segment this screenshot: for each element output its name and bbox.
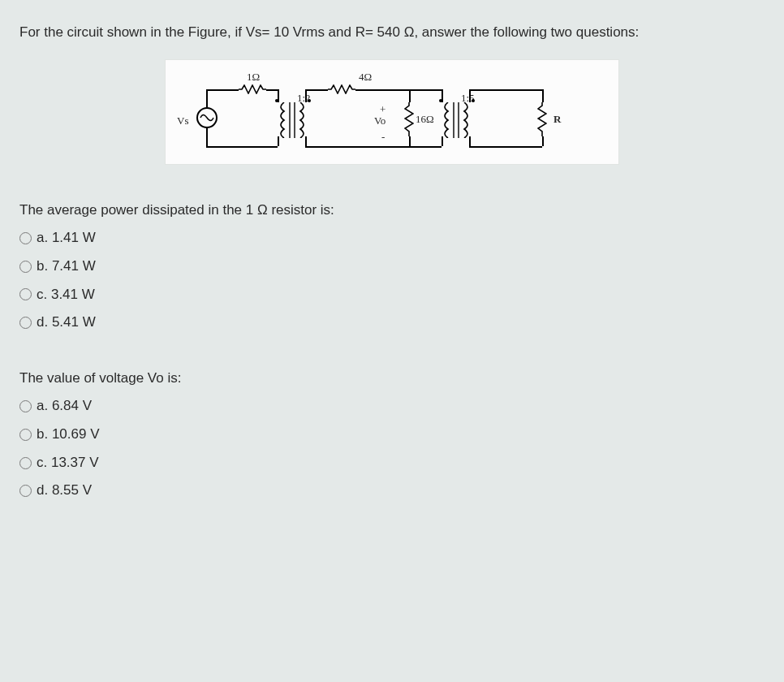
q1-option-b[interactable]: b. 7.41 W xyxy=(19,257,765,277)
vo-minus: - xyxy=(381,130,385,145)
radio-icon xyxy=(19,429,32,441)
r16-label: 16Ω xyxy=(416,112,434,127)
question-1: The average power dissipated in the 1 Ω … xyxy=(19,201,765,333)
option-label: a. 6.84 V xyxy=(37,396,92,417)
question-2: The value of voltage Vo is: a. 6.84 V b.… xyxy=(19,369,765,501)
radio-icon xyxy=(19,232,32,244)
option-label: d. 8.55 V xyxy=(37,481,92,501)
resistor-load-icon xyxy=(537,102,547,136)
resistor-16ohm-icon xyxy=(404,102,414,136)
q1-option-d[interactable]: d. 5.41 W xyxy=(19,313,765,333)
q2-option-c[interactable]: c. 13.37 V xyxy=(19,453,765,473)
circuit-figure: Vs 1Ω 1:2 xyxy=(165,59,619,165)
q2-option-b[interactable]: b. 10.69 V xyxy=(19,425,765,445)
radio-icon xyxy=(19,485,32,497)
resistor-1ohm-icon xyxy=(239,84,266,94)
q1-option-a[interactable]: a. 1.41 W xyxy=(19,228,765,248)
resistor-4ohm-icon xyxy=(328,84,355,94)
vo-label: Vo xyxy=(374,114,386,129)
r1-label: 1Ω xyxy=(247,70,260,85)
radio-icon xyxy=(19,457,32,469)
q1-option-c[interactable]: c. 3.41 W xyxy=(19,285,765,305)
radio-icon xyxy=(19,261,32,273)
vs-label: Vs xyxy=(177,114,188,129)
option-label: b. 10.69 V xyxy=(37,425,100,445)
question-stem: For the circuit shown in the Figure, if … xyxy=(19,23,765,43)
radio-icon xyxy=(19,400,32,412)
transformer-1-icon xyxy=(278,102,307,138)
q2-option-d[interactable]: d. 8.55 V xyxy=(19,481,765,501)
transformer-2-icon xyxy=(442,102,471,138)
q2-option-a[interactable]: a. 6.84 V xyxy=(19,396,765,417)
radio-icon xyxy=(19,288,32,300)
q1-text: The average power dissipated in the 1 Ω … xyxy=(19,201,765,221)
option-label: a. 1.41 W xyxy=(37,228,96,248)
option-label: b. 7.41 W xyxy=(37,257,96,277)
radio-icon xyxy=(19,317,32,329)
option-label: d. 5.41 W xyxy=(37,313,96,333)
r-label: R xyxy=(554,112,561,127)
r4-label: 4Ω xyxy=(359,70,372,85)
ac-source-icon xyxy=(196,107,218,128)
option-label: c. 3.41 W xyxy=(37,285,95,305)
option-label: c. 13.37 V xyxy=(37,453,99,473)
q2-text: The value of voltage Vo is: xyxy=(19,369,765,389)
